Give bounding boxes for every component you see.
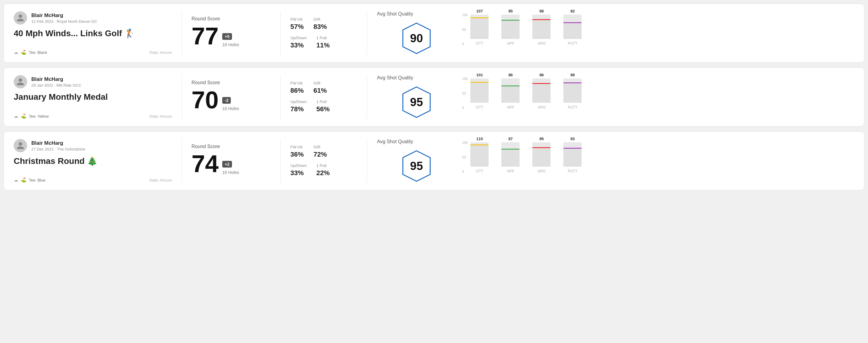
bar-group-ott: 101 OTT xyxy=(469,73,490,110)
round-card: Blair McHarg 12 Feb 2022 · Royal North D… xyxy=(4,4,864,63)
quality-section: Avg Shot Quality 95 xyxy=(377,139,456,183)
bar-track-putt xyxy=(563,79,582,103)
bar-label-ott: OTT xyxy=(476,105,483,110)
person-icon xyxy=(16,77,25,86)
avatar xyxy=(14,139,27,152)
card-divider-2 xyxy=(280,11,281,55)
updown-label: Up/Down xyxy=(290,36,306,40)
hexagon-container: 95 xyxy=(377,86,456,119)
data-source: Data: Arccos xyxy=(149,178,172,182)
bar-value-putt: 93 xyxy=(570,136,575,141)
gir-label: GIR xyxy=(313,145,327,149)
fw-hit-stat: FW Hit 57% xyxy=(290,17,304,31)
bar-track-app xyxy=(501,14,520,39)
fw-hit-label: FW Hit xyxy=(290,81,304,86)
oneputt-stat: 1 Putt 22% xyxy=(316,163,330,177)
card-divider-3 xyxy=(367,139,367,183)
weather-icon: ☁ xyxy=(14,50,18,55)
bag-icon: ⛳ xyxy=(21,177,26,183)
stats-section: FW Hit 36% GIR 72% Up/Down 33% 1 Putt 22… xyxy=(290,139,357,183)
bar-track-putt xyxy=(563,142,582,167)
bar-label-app: APP xyxy=(507,41,514,45)
bar-group-arg: 98 ARG xyxy=(531,9,552,45)
quality-label: Avg Shot Quality xyxy=(377,139,456,145)
quality-score: 90 xyxy=(410,32,423,45)
user-meta: 27 Dec 2021 · The Oxfordshire xyxy=(31,147,86,151)
oneputt-stat: 1 Putt 11% xyxy=(316,36,330,49)
y-axis: 100500 xyxy=(462,13,468,45)
hexagon: 95 xyxy=(400,149,433,183)
card-divider-3 xyxy=(367,11,367,55)
score-number: 70 xyxy=(191,88,219,112)
updown-value: 78% xyxy=(290,105,306,113)
oneputt-stat: 1 Putt 56% xyxy=(316,99,330,113)
score-label: Round Score xyxy=(191,80,271,86)
bag-icon: ⛳ xyxy=(21,50,26,55)
y-axis: 100500 xyxy=(462,141,468,173)
fw-hit-stat: FW Hit 36% xyxy=(290,145,304,158)
user-name: Blair McHarg xyxy=(31,76,82,83)
updown-value: 33% xyxy=(290,169,306,177)
updown-value: 33% xyxy=(290,41,306,49)
card-divider xyxy=(182,139,182,183)
user-name: Blair McHarg xyxy=(31,140,86,146)
bar-track-app xyxy=(501,142,520,167)
y-axis-label: 100 xyxy=(462,13,468,17)
score-holes: 18 Holes xyxy=(222,170,239,175)
score-holes: 18 Holes xyxy=(222,42,239,47)
oneputt-label: 1 Putt xyxy=(316,36,330,40)
bar-group-ott: 107 OTT xyxy=(469,9,490,45)
card-left: Blair McHarg 12 Feb 2022 · Royal North D… xyxy=(14,11,172,55)
round-card: Blair McHarg 29 Jan 2022 · Mill Ride GCC… xyxy=(4,67,864,126)
card-footer: ☁ ⛳ Tee: Blue Data: Arccos xyxy=(14,177,172,183)
card-divider-3 xyxy=(367,75,367,119)
card-left: Blair McHarg 27 Dec 2021 · The Oxfordshi… xyxy=(14,139,172,183)
bar-value-ott: 101 xyxy=(476,73,483,77)
card-footer: ☁ ⛳ Tee: Yellow Data: Arccos xyxy=(14,114,172,119)
score-meta: +2 18 Holes xyxy=(222,161,239,176)
score-meta: +5 18 Holes xyxy=(222,33,239,48)
oneputt-value: 22% xyxy=(316,169,330,177)
tee-label: Tee: Blue xyxy=(29,178,45,182)
oneputt-value: 56% xyxy=(316,105,330,113)
card-divider-2 xyxy=(280,139,281,183)
hexagon: 95 xyxy=(400,86,433,119)
bar-track-putt xyxy=(563,14,582,39)
bar-value-putt: 99 xyxy=(570,73,575,77)
bar-value-ott: 110 xyxy=(476,136,483,141)
y-axis-label: 0 xyxy=(462,106,468,110)
user-name: Blair McHarg xyxy=(31,12,97,19)
card-divider xyxy=(182,11,182,55)
bar-track-arg xyxy=(532,14,551,39)
avatar xyxy=(14,75,27,89)
y-axis-label: 50 xyxy=(462,28,468,31)
oneputt-label: 1 Putt xyxy=(316,99,330,104)
updown-label: Up/Down xyxy=(290,99,306,104)
person-icon xyxy=(16,14,25,22)
data-source: Data: Arccos xyxy=(149,50,172,55)
bar-label-arg: ARG xyxy=(537,105,546,110)
gir-label: GIR xyxy=(313,81,327,86)
bar-chart: 107 OTT 95 APP 98 ARG 82 xyxy=(469,13,583,53)
bar-chart-section: 100500 107 OTT 95 APP 98 ARG 82 xyxy=(456,11,854,55)
fw-hit-value: 36% xyxy=(290,151,304,158)
user-meta: 29 Jan 2022 · Mill Ride GCC xyxy=(31,83,82,88)
bag-icon: ⛳ xyxy=(21,114,26,119)
quality-label: Avg Shot Quality xyxy=(377,75,456,81)
y-axis-label: 50 xyxy=(462,156,468,159)
bar-chart: 101 OTT 86 APP 96 ARG 99 xyxy=(469,77,583,117)
stats-section: FW Hit 57% GIR 83% Up/Down 33% 1 Putt 11… xyxy=(290,11,357,55)
score-row: 70 -2 18 Holes xyxy=(191,88,271,112)
fw-hit-label: FW Hit xyxy=(290,17,304,22)
bar-group-ott: 110 OTT xyxy=(469,136,490,173)
gir-stat: GIR 72% xyxy=(313,145,327,158)
weather-icon: ☁ xyxy=(14,177,18,183)
bar-label-app: APP xyxy=(507,169,514,173)
stats-row-bottom: Up/Down 33% 1 Putt 22% xyxy=(290,163,357,177)
score-section: Round Score 77 +5 18 Holes xyxy=(191,11,271,55)
round-title: 40 Mph Winds... Links Golf 🏌 xyxy=(14,28,172,38)
bar-value-ott: 107 xyxy=(476,9,483,13)
updown-stat: Up/Down 78% xyxy=(290,99,306,113)
tee-label: Tee: Yellow xyxy=(29,114,49,119)
bar-value-app: 86 xyxy=(508,73,513,77)
